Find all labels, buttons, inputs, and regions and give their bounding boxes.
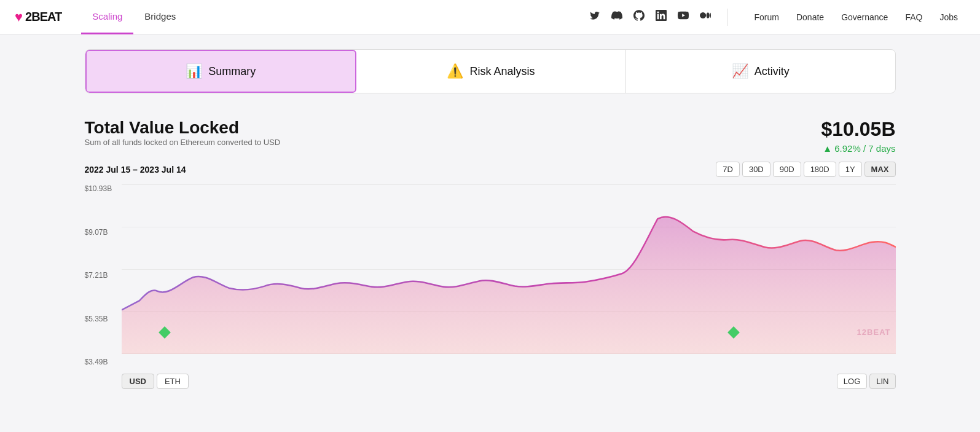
chart-container: $10.93B $9.07B $7.21B $5.35B $3.49B — [85, 184, 896, 369]
y-label-1: $10.93B — [85, 184, 112, 193]
range-1y[interactable]: 1Y — [839, 162, 862, 177]
tab-activity[interactable]: 📈 Activity — [626, 50, 895, 93]
range-max[interactable]: MAX — [864, 162, 896, 177]
tab-risk-analysis[interactable]: ⚠️ Risk Analysis — [356, 50, 626, 93]
nav-faq[interactable]: FAQ — [898, 9, 930, 26]
medium-icon[interactable] — [700, 10, 711, 24]
activity-icon: 📈 — [732, 63, 748, 79]
right-nav: Forum Donate Governance FAQ Jobs — [747, 9, 965, 26]
chart-svg — [122, 184, 896, 354]
logo-text: 2BEAT — [25, 10, 61, 24]
header: ♥ 2BEAT Scaling Bridges Fo — [0, 0, 980, 34]
content-tabs: 📊 Summary ⚠️ Risk Analysis 📈 Activity — [85, 49, 896, 93]
tvl-change: ▲ 6.92% / 7 days — [821, 143, 896, 154]
scale-log[interactable]: LOG — [837, 374, 867, 389]
range-7d[interactable]: 7D — [716, 162, 740, 177]
range-90d[interactable]: 90D — [773, 162, 801, 177]
nav-scaling[interactable]: Scaling — [81, 0, 133, 34]
logo-heart-icon: ♥ — [15, 9, 23, 25]
nav-forum[interactable]: Forum — [747, 9, 786, 26]
y-label-5: $3.49B — [85, 358, 112, 366]
discord-icon[interactable] — [611, 10, 622, 24]
date-range: 2022 Jul 15 – 2023 Jul 14 — [85, 165, 186, 175]
tvl-title-section: Total Value Locked Sum of all funds lock… — [85, 118, 281, 157]
tab-risk-label: Risk Analysis — [469, 65, 535, 78]
tvl-value-section: $10.05B ▲ 6.92% / 7 days — [821, 118, 896, 154]
nav-governance[interactable]: Governance — [834, 9, 895, 26]
tvl-header: Total Value Locked Sum of all funds lock… — [85, 118, 896, 157]
github-icon[interactable] — [633, 10, 645, 24]
risk-icon: ⚠️ — [447, 63, 463, 79]
currency-buttons: USD ETH — [122, 374, 189, 389]
scale-lin[interactable]: LIN — [869, 374, 895, 389]
tvl-value: $10.05B — [821, 118, 896, 141]
range-180d[interactable]: 180D — [804, 162, 836, 177]
y-label-2: $9.07B — [85, 228, 112, 237]
summary-icon: 📊 — [186, 63, 202, 79]
tab-summary-label: Summary — [208, 65, 256, 78]
nav-bridges[interactable]: Bridges — [133, 0, 187, 34]
bottom-controls: USD ETH LOG LIN — [85, 374, 896, 389]
social-icons-group — [589, 9, 732, 26]
currency-usd[interactable]: USD — [122, 374, 154, 389]
youtube-icon[interactable] — [678, 10, 689, 24]
currency-eth[interactable]: ETH — [157, 374, 189, 389]
range-30d[interactable]: 30D — [742, 162, 770, 177]
chart-controls: 2022 Jul 15 – 2023 Jul 14 7D 30D 90D 180… — [85, 162, 896, 177]
tab-activity-label: Activity — [755, 65, 790, 78]
tab-summary[interactable]: 📊 Summary — [85, 50, 357, 93]
nav-divider — [727, 9, 727, 26]
scale-buttons: LOG LIN — [837, 374, 896, 389]
main-content: 📊 Summary ⚠️ Risk Analysis 📈 Activity To… — [60, 34, 920, 404]
tvl-title: Total Value Locked — [85, 118, 281, 138]
linkedin-icon[interactable] — [656, 10, 667, 24]
chart-svg-wrapper: 12BEAT — [122, 184, 896, 354]
range-buttons: 7D 30D 90D 180D 1Y MAX — [716, 162, 895, 177]
logo[interactable]: ♥ 2BEAT — [15, 9, 61, 25]
nav-donate[interactable]: Donate — [789, 9, 831, 26]
y-label-3: $7.21B — [85, 271, 112, 280]
nav-jobs[interactable]: Jobs — [932, 9, 965, 26]
y-axis-labels: $10.93B $9.07B $7.21B $5.35B $3.49B — [85, 184, 112, 369]
tvl-subtitle: Sum of all funds locked on Ethereum conv… — [85, 138, 281, 147]
main-nav: Scaling Bridges — [81, 0, 187, 34]
y-label-4: $5.35B — [85, 315, 112, 323]
twitter-icon[interactable] — [589, 10, 600, 24]
